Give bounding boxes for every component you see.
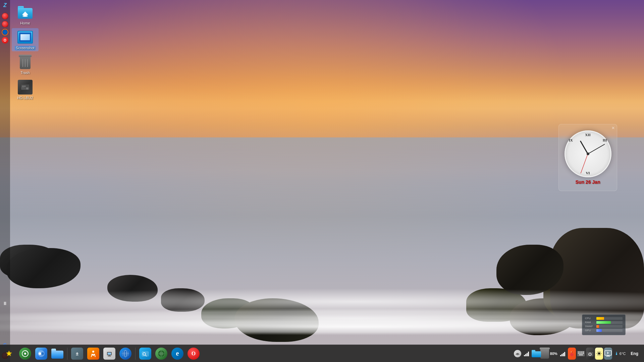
tray-trash-lid <box>540 348 550 349</box>
tray-camera-icon[interactable] <box>586 350 594 358</box>
cpu-label: CPU <box>585 317 595 320</box>
svg-rect-16 <box>108 355 110 356</box>
home-icon-label: Home <box>20 21 30 25</box>
connect-svg <box>21 350 29 357</box>
desktop-icon-trash[interactable]: Trash <box>12 53 39 76</box>
tray-language-indicator[interactable]: Eng <box>628 350 641 358</box>
tray-trash-icon[interactable] <box>541 350 549 358</box>
taskbar-calculator[interactable]: ± <box>69 346 85 361</box>
nm-svg <box>106 350 113 357</box>
sidebar-firefox[interactable] <box>1 28 9 36</box>
calculator-icon: ± <box>71 348 83 360</box>
drive-svg <box>20 82 30 92</box>
trash-body <box>20 57 31 69</box>
sidebar-red-icon-1 <box>2 13 8 19</box>
sidebar-zorin-icon[interactable]: Z <box>1 2 9 9</box>
taskbar-browser[interactable] <box>118 346 133 361</box>
svg-point-11 <box>39 352 41 355</box>
screenshot-icon-image <box>17 29 33 45</box>
sun-graphic: ☀ <box>595 348 603 360</box>
svg-rect-34 <box>578 352 579 353</box>
tray-nm-icon[interactable] <box>514 350 522 358</box>
star-icon: ★ <box>6 349 12 358</box>
svg-rect-7 <box>22 87 24 88</box>
taskbar-folder[interactable] <box>50 346 65 361</box>
taskbar-sep-2 <box>135 348 136 360</box>
taskbar-zorin-connect[interactable] <box>17 346 33 361</box>
firefox-icon <box>2 29 8 36</box>
camera-svg <box>586 351 594 357</box>
taskbar-ie[interactable]: e <box>170 346 185 361</box>
trash-line-3 <box>27 59 28 67</box>
zorin-connect-icon <box>19 348 31 360</box>
desktop-icon-drive[interactable]: HD-LBU2 <box>12 78 39 101</box>
calc-symbol: ± <box>76 351 78 356</box>
gpu-label: GPU <box>585 329 595 332</box>
tray-screenshot-tool-icon[interactable] <box>604 350 612 358</box>
swap-row: SWAP <box>585 325 623 328</box>
taskbar-opera[interactable]: O <box>186 346 201 361</box>
folder-body <box>18 8 33 19</box>
pause-icon: ⏸ <box>3 301 7 306</box>
signal-bar-2 <box>561 354 562 356</box>
globe-svg <box>121 350 129 358</box>
taskbar-star-bookmarks[interactable]: ★ <box>1 346 17 361</box>
taskbar-getup[interactable] <box>86 346 101 361</box>
tray-volume-icon[interactable]: 80% <box>550 350 558 358</box>
trash-line-2 <box>25 59 25 67</box>
svg-rect-40 <box>580 353 581 354</box>
tray-wifi-icon[interactable] <box>523 350 531 358</box>
sidebar-pause[interactable]: ⏸ <box>1 300 9 307</box>
getup-svg <box>89 350 97 358</box>
tray-folder-graphic <box>532 350 540 357</box>
mario-svg <box>568 350 576 357</box>
wifi-bar-3 <box>527 353 528 356</box>
tray-mario-icon[interactable] <box>568 350 576 358</box>
system-tray: 80% <box>514 350 643 358</box>
volume-pct: 80% <box>550 352 557 356</box>
taskbar-finder-2[interactable] <box>138 346 153 361</box>
trash-lid <box>19 55 32 57</box>
taskbar-sep-1 <box>67 348 67 360</box>
system-monitor-widget: CPU RAM SWAP GPU <box>582 314 626 335</box>
tray-brightness-icon[interactable]: ☀ <box>595 350 603 358</box>
sidebar-red-2[interactable] <box>1 20 9 28</box>
taskbar: ★ <box>0 345 644 362</box>
screenshot-tray-svg <box>604 350 612 357</box>
folder-taskbar-icon <box>51 349 63 359</box>
signal-bar-1 <box>560 355 561 356</box>
nm-tray-icon <box>514 350 521 357</box>
tray-keyboard-icon[interactable] <box>577 350 585 358</box>
svg-rect-42 <box>583 353 584 354</box>
svg-point-31 <box>570 353 574 356</box>
sidebar-opera[interactable]: O <box>1 37 9 44</box>
svg-rect-51 <box>606 356 610 357</box>
svg-rect-37 <box>582 352 584 353</box>
nm-tray-svg <box>515 351 520 356</box>
signal-bar-3 <box>563 353 564 356</box>
svg-point-5 <box>26 87 28 89</box>
svg-rect-39 <box>579 353 580 354</box>
sidebar-red-1[interactable] <box>1 12 9 20</box>
svg-point-28 <box>517 354 518 355</box>
clock-face: XII III VI IX <box>565 130 611 177</box>
clock-close-button[interactable]: ✕ <box>611 126 615 130</box>
opera-icon-small: O <box>2 37 8 44</box>
svg-marker-1 <box>22 12 28 15</box>
taskbar-network-manager[interactable] <box>102 346 117 361</box>
desktop: Z O ⏸ G <box>0 0 644 362</box>
svg-point-9 <box>24 353 26 355</box>
tray-signal-icon[interactable] <box>559 350 567 358</box>
taskbar-finder[interactable] <box>34 346 49 361</box>
sidebar-red-icon-2 <box>2 21 8 27</box>
taskbar-globe-2[interactable] <box>154 346 169 361</box>
tray-temperature[interactable]: 🌡 6°C <box>613 350 627 358</box>
svg-point-27 <box>158 352 165 355</box>
tray-folder-icon[interactable] <box>532 350 540 358</box>
desktop-icon-screenshot[interactable]: Screenshot <box>12 28 39 51</box>
ram-label: RAM <box>585 321 595 324</box>
network-manager-icon <box>103 348 115 360</box>
wifi-bars <box>524 351 529 356</box>
clock-widget[interactable]: ✕ XII III VI IX Sun 26 Jan <box>558 124 617 191</box>
desktop-icon-home[interactable]: Home <box>12 3 39 26</box>
